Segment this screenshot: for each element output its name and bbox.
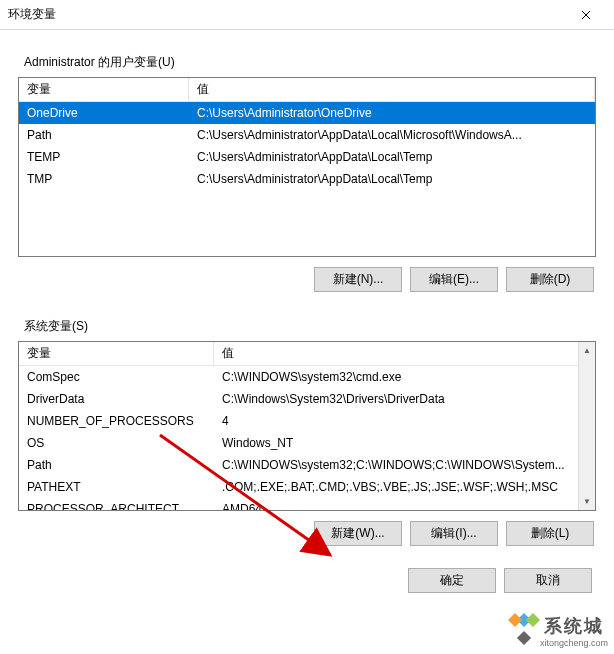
close-button[interactable] (566, 1, 606, 29)
cell-value: C:\WINDOWS\system32\cmd.exe (214, 367, 595, 387)
table-row[interactable]: DriverDataC:\Windows\System32\Drivers\Dr… (19, 388, 595, 410)
table-row[interactable]: PathC:\WINDOWS\system32;C:\WINDOWS;C:\WI… (19, 454, 595, 476)
watermark-sub: xitongcheng.com (540, 638, 608, 648)
header-value[interactable]: 值 (214, 342, 595, 365)
cell-variable: TMP (19, 169, 189, 189)
cell-variable: OS (19, 433, 214, 453)
table-row[interactable]: TEMPC:\Users\Administrator\AppData\Local… (19, 146, 595, 168)
dialog-footer: 确定 取消 (18, 568, 596, 593)
header-variable[interactable]: 变量 (19, 342, 214, 365)
table-row[interactable]: PROCESSOR_ARCHITECT...AMD64 (19, 498, 595, 510)
cell-variable: PROCESSOR_ARCHITECT... (19, 499, 214, 510)
user-edit-button[interactable]: 编辑(E)... (410, 267, 498, 292)
ok-button[interactable]: 确定 (408, 568, 496, 593)
table-row[interactable]: PATHEXT.COM;.EXE;.BAT;.CMD;.VBS;.VBE;.JS… (19, 476, 595, 498)
scroll-up-icon[interactable]: ▲ (579, 342, 595, 359)
cell-variable: DriverData (19, 389, 214, 409)
cell-variable: ComSpec (19, 367, 214, 387)
user-delete-button[interactable]: 删除(D) (506, 267, 594, 292)
cell-value: Windows_NT (214, 433, 595, 453)
cell-value: C:\Users\Administrator\OneDrive (189, 103, 595, 123)
cell-variable: NUMBER_OF_PROCESSORS (19, 411, 214, 431)
cell-value: AMD64 (214, 499, 595, 510)
cell-value: .COM;.EXE;.BAT;.CMD;.VBS;.VBE;.JS;.JSE;.… (214, 477, 595, 497)
table-row[interactable]: TMPC:\Users\Administrator\AppData\Local\… (19, 168, 595, 190)
system-vars-buttons: 新建(W)... 编辑(I)... 删除(L) (18, 521, 594, 546)
user-vars-buttons: 新建(N)... 编辑(E)... 删除(D) (18, 267, 594, 292)
table-row[interactable]: PathC:\Users\Administrator\AppData\Local… (19, 124, 595, 146)
cell-value: 4 (214, 411, 595, 431)
table-row[interactable]: OSWindows_NT (19, 432, 595, 454)
system-vars-header: 变量 值 (19, 342, 595, 366)
cell-value: C:\Users\Administrator\AppData\Local\Mic… (189, 125, 595, 145)
user-new-button[interactable]: 新建(N)... (314, 267, 402, 292)
cell-variable: Path (19, 125, 189, 145)
table-row[interactable]: ComSpecC:\WINDOWS\system32\cmd.exe (19, 366, 595, 388)
cell-value: C:\Users\Administrator\AppData\Local\Tem… (189, 169, 595, 189)
header-value[interactable]: 值 (189, 78, 595, 101)
table-row[interactable]: OneDriveC:\Users\Administrator\OneDrive (19, 102, 595, 124)
cell-value: C:\Users\Administrator\AppData\Local\Tem… (189, 147, 595, 167)
system-vars-listbox[interactable]: 变量 值 ComSpecC:\WINDOWS\system32\cmd.exeD… (18, 341, 596, 511)
system-delete-button[interactable]: 删除(L) (506, 521, 594, 546)
header-variable[interactable]: 变量 (19, 78, 189, 101)
scroll-down-icon[interactable]: ▼ (579, 493, 595, 510)
cancel-button[interactable]: 取消 (504, 568, 592, 593)
scrollbar[interactable]: ▲ ▼ (578, 342, 595, 510)
cell-variable: PATHEXT (19, 477, 214, 497)
cell-value: C:\Windows\System32\Drivers\DriverData (214, 389, 595, 409)
cell-variable: TEMP (19, 147, 189, 167)
window-title: 环境变量 (8, 6, 566, 23)
cell-variable: Path (19, 455, 214, 475)
watermark-text: 系统城 (544, 616, 604, 636)
user-vars-listbox[interactable]: 变量 值 OneDriveC:\Users\Administrator\OneD… (18, 77, 596, 257)
title-bar: 环境变量 (0, 0, 614, 30)
user-vars-label: Administrator 的用户变量(U) (24, 54, 596, 71)
watermark: 系统城 xitongcheng.com (508, 614, 608, 648)
cell-value: C:\WINDOWS\system32;C:\WINDOWS;C:\WINDOW… (214, 455, 595, 475)
system-new-button[interactable]: 新建(W)... (314, 521, 402, 546)
cell-variable: OneDrive (19, 103, 189, 123)
close-icon (581, 10, 591, 20)
table-row[interactable]: NUMBER_OF_PROCESSORS4 (19, 410, 595, 432)
watermark-logo-icon (508, 615, 540, 647)
user-vars-header: 变量 值 (19, 78, 595, 102)
system-vars-label: 系统变量(S) (24, 318, 596, 335)
system-edit-button[interactable]: 编辑(I)... (410, 521, 498, 546)
